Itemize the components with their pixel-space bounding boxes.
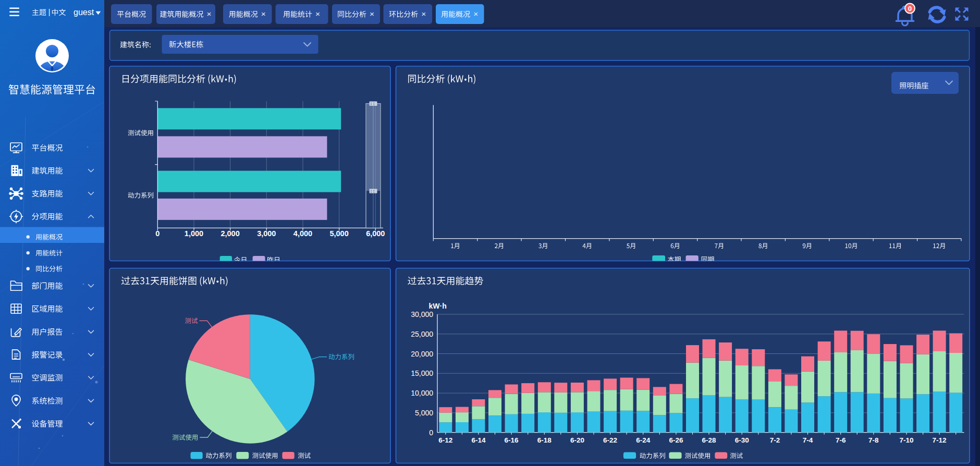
svg-text:6-24: 6-24 [636, 436, 651, 444]
svg-text:7-2: 7-2 [770, 436, 780, 444]
svg-text:7-8: 7-8 [868, 436, 879, 444]
svg-text:guest: guest [74, 8, 94, 17]
svg-text:5,000: 5,000 [329, 229, 348, 238]
svg-text:5,000: 5,000 [415, 409, 433, 417]
svg-text:1,000: 1,000 [185, 229, 203, 238]
svg-text:4,000: 4,000 [293, 229, 312, 238]
svg-text:3,000: 3,000 [257, 229, 276, 238]
svg-text:10,000: 10,000 [411, 389, 433, 397]
svg-text:×: × [370, 9, 374, 18]
svg-text:×: × [473, 9, 478, 18]
svg-text:6-14: 6-14 [471, 436, 486, 444]
svg-text:×: × [261, 9, 266, 18]
svg-text:|: | [48, 8, 51, 16]
svg-text:7-10: 7-10 [899, 436, 913, 444]
svg-text:×: × [315, 9, 320, 18]
svg-text:2,000: 2,000 [220, 229, 239, 238]
svg-text:6-26: 6-26 [669, 436, 683, 444]
svg-text:6-20: 6-20 [570, 436, 584, 444]
svg-text:×: × [421, 9, 426, 18]
svg-text:20,000: 20,000 [411, 350, 433, 358]
svg-text:×: × [207, 9, 212, 18]
svg-text:7-6: 7-6 [836, 436, 846, 444]
svg-text:6-16: 6-16 [505, 436, 519, 444]
svg-text:6-22: 6-22 [603, 436, 617, 444]
svg-text:6-18: 6-18 [537, 436, 552, 444]
svg-text:7-12: 7-12 [933, 436, 947, 444]
svg-text:15,000: 15,000 [411, 369, 433, 377]
svg-text:0: 0 [908, 5, 912, 13]
svg-text:0: 0 [429, 428, 433, 437]
svg-text:kW·h: kW·h [429, 302, 447, 310]
svg-text:25,000: 25,000 [411, 330, 433, 338]
svg-text:7-4: 7-4 [803, 436, 813, 444]
svg-text:0: 0 [155, 229, 160, 238]
svg-text:6,000: 6,000 [366, 229, 385, 238]
svg-text:30,000: 30,000 [411, 310, 433, 318]
svg-text:6-30: 6-30 [735, 436, 749, 444]
svg-text:6-12: 6-12 [438, 436, 452, 444]
svg-text:6-28: 6-28 [702, 436, 716, 444]
